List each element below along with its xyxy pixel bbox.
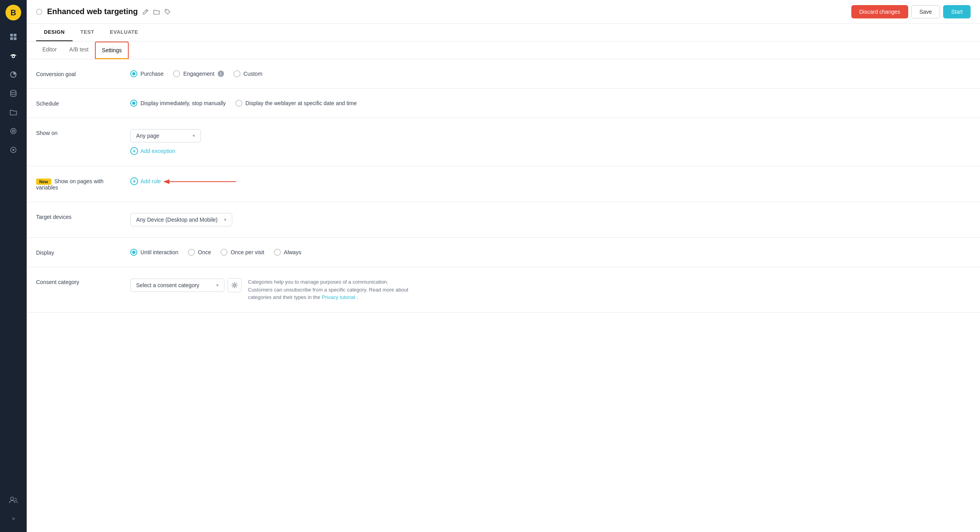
radio-engagement[interactable] (173, 70, 180, 77)
schedule-options: Display immediately, stop manually Displ… (130, 100, 971, 107)
svg-point-15 (234, 284, 236, 286)
consent-info-text: Categories help you to manage purposes o… (248, 278, 413, 301)
until-interaction-label: Until interaction (140, 249, 179, 255)
conversion-goal-control: Purchase Engagement i Custom (130, 70, 971, 77)
radio-specific-date[interactable] (235, 100, 242, 107)
radio-once[interactable] (188, 249, 195, 256)
consent-category-label: Consent category (36, 278, 115, 285)
svg-point-6 (11, 90, 16, 93)
arrow-annotation (162, 176, 240, 188)
option-engagement[interactable]: Engagement i (173, 70, 224, 77)
chevron-down-icon: ▾ (193, 133, 195, 138)
start-button[interactable]: Start (943, 5, 971, 18)
privacy-tutorial-link[interactable]: Privacy tutorial (322, 294, 355, 300)
display-control: Until interaction Once Once per visit Al… (130, 249, 971, 256)
option-purchase[interactable]: Purchase (130, 70, 164, 77)
option-once-per-visit[interactable]: Once per visit (220, 249, 264, 256)
nav-tabs: DESIGN TEST EVALUATE (27, 24, 980, 42)
option-until-interaction[interactable]: Until interaction (130, 249, 179, 256)
tab-ab-test[interactable]: A/B test (63, 42, 95, 59)
folder-icon[interactable] (153, 9, 160, 15)
svg-rect-2 (10, 37, 13, 40)
show-on-row: Show on Any page ▾ + Add exception (27, 118, 980, 166)
plus-circle-icon: + (130, 147, 138, 155)
sidebar-item-database[interactable] (5, 85, 22, 102)
tab-evaluate[interactable]: EVALUATE (102, 24, 146, 41)
consent-category-dropdown[interactable]: Select a consent category ▾ (130, 279, 224, 292)
sidebar-item-dashboard[interactable] (5, 28, 22, 46)
show-on-pages-label: New Show on pages with variables (36, 177, 115, 191)
consent-control-wrapper: Select a consent category ▾ Categories h… (130, 278, 971, 301)
add-rule-label: Add rule (140, 178, 161, 184)
consent-dropdown-wrap: Select a consent category ▾ (130, 278, 242, 292)
purchase-label: Purchase (140, 71, 164, 77)
show-on-control: Any page ▾ + Add exception (130, 129, 971, 155)
conversion-goal-row: Conversion goal Purchase Engagement i Cu… (27, 59, 980, 89)
option-once[interactable]: Once (188, 249, 211, 256)
sidebar-item-folders[interactable] (5, 104, 22, 121)
page-title: Enhanced web targeting (47, 7, 138, 16)
add-rule-link[interactable]: + Add rule (130, 177, 161, 185)
svg-rect-0 (10, 34, 13, 36)
radio-purchase[interactable] (130, 70, 137, 77)
display-options: Until interaction Once Once per visit Al… (130, 249, 971, 256)
target-devices-dropdown[interactable]: Any Device (Desktop and Mobile) ▾ (130, 213, 232, 226)
tab-test[interactable]: TEST (73, 24, 102, 41)
tab-settings[interactable]: Settings (95, 42, 129, 59)
main-content: Enhanced web targeting Discard changes S… (27, 0, 980, 532)
gear-button[interactable] (228, 278, 242, 292)
option-display-immediately[interactable]: Display immediately, stop manually (130, 100, 226, 107)
target-devices-label: Target devices (36, 213, 115, 220)
consent-category-control: Select a consent category ▾ Categories h… (130, 278, 971, 301)
topbar: Enhanced web targeting Discard changes S… (27, 0, 980, 24)
tag-icon[interactable] (164, 9, 171, 15)
status-dot (36, 9, 42, 15)
once-label: Once (198, 249, 211, 255)
svg-rect-3 (14, 37, 16, 40)
radio-immediately[interactable] (130, 100, 137, 107)
svg-marker-11 (13, 149, 15, 151)
custom-label: Custom (244, 71, 262, 77)
option-always[interactable]: Always (274, 249, 301, 256)
show-on-pages-row: New Show on pages with variables + Add r… (27, 166, 980, 202)
engagement-info-icon[interactable]: i (218, 71, 224, 77)
target-devices-row: Target devices Any Device (Desktop and M… (27, 202, 980, 238)
display-row: Display Until interaction Once Once per … (27, 238, 980, 267)
save-button[interactable]: Save (911, 5, 940, 18)
specific-date-label: Display the weblayer at specific date an… (246, 100, 357, 106)
option-specific-date[interactable]: Display the weblayer at specific date an… (235, 100, 357, 107)
svg-point-12 (11, 497, 14, 500)
always-label: Always (284, 249, 301, 255)
chevron-down-icon: ▾ (224, 217, 226, 222)
add-exception-link[interactable]: + Add exception (130, 147, 971, 155)
svg-point-13 (166, 10, 167, 11)
radio-once-per-visit[interactable] (220, 249, 228, 256)
once-per-visit-label: Once per visit (231, 249, 264, 255)
new-badge: New (36, 179, 51, 185)
option-custom[interactable]: Custom (233, 70, 262, 77)
add-rule-plus-icon: + (130, 177, 138, 185)
sidebar-item-targeting[interactable] (5, 122, 22, 140)
sidebar-item-automation[interactable] (5, 141, 22, 159)
show-on-dropdown-label: Any page (136, 133, 159, 139)
radio-always[interactable] (274, 249, 281, 256)
schedule-row: Schedule Display immediately, stop manua… (27, 89, 980, 118)
show-on-label: Show on (36, 129, 115, 136)
sidebar-item-campaigns[interactable] (5, 47, 22, 64)
edit-icon[interactable] (142, 9, 149, 15)
schedule-label: Schedule (36, 100, 115, 107)
logo[interactable]: B (5, 5, 21, 20)
expand-button[interactable]: > (5, 510, 22, 527)
settings-content: Conversion goal Purchase Engagement i Cu… (27, 59, 980, 532)
radio-until-interaction[interactable] (130, 249, 137, 256)
show-on-dropdown[interactable]: Any page ▾ (130, 129, 201, 142)
tab-editor[interactable]: Editor (36, 42, 63, 59)
conversion-goal-options: Purchase Engagement i Custom (130, 70, 971, 77)
radio-custom[interactable] (233, 70, 240, 77)
sidebar-item-analytics[interactable] (5, 66, 22, 83)
consent-category-row: Consent category Select a consent catego… (27, 267, 980, 313)
tab-design[interactable]: DESIGN (36, 24, 73, 41)
discard-button[interactable]: Discard changes (851, 5, 908, 18)
svg-rect-1 (14, 34, 16, 36)
sidebar-item-users[interactable] (5, 491, 22, 508)
